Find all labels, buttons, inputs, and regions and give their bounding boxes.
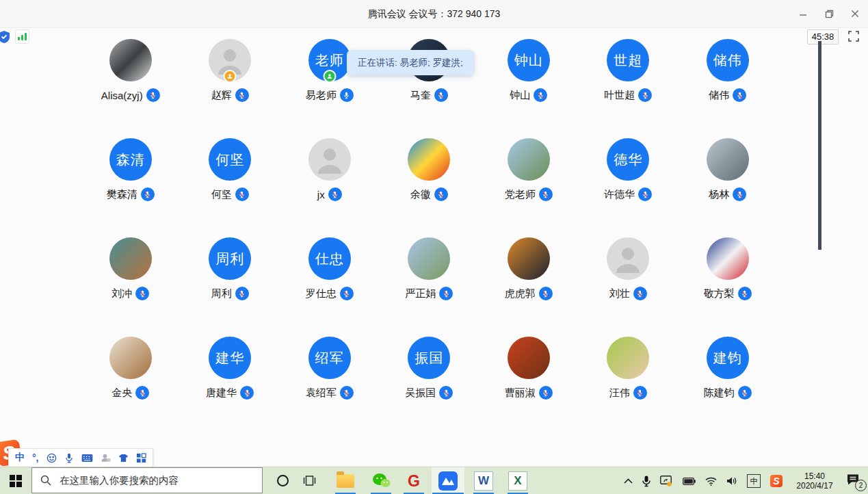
ime-keyboard-icon[interactable] xyxy=(81,454,93,463)
tray-clock[interactable]: 15:40 2020/4/17 xyxy=(790,471,839,491)
tray-input-indicator[interactable]: 中 xyxy=(747,474,761,488)
participant-nameline: Alisa(zyj) xyxy=(101,88,160,102)
tray-sogou-icon[interactable]: S xyxy=(770,475,782,487)
participant-tile[interactable]: 刘壮 xyxy=(579,237,679,337)
participant-avatar xyxy=(508,337,550,379)
restore-button[interactable] xyxy=(823,8,835,20)
participant-tile[interactable]: 曹丽淑 xyxy=(479,337,579,436)
participant-tile[interactable]: 严正娟 xyxy=(380,237,479,337)
participant-nameline: 虎虎郭 xyxy=(505,287,553,300)
mic-status-icon xyxy=(638,88,652,102)
participant-tile[interactable]: 钟山 钟山 xyxy=(479,39,579,138)
participant-tile[interactable]: 汪伟 xyxy=(579,337,679,436)
participant-avatar xyxy=(109,337,152,379)
participant-tile[interactable]: 赵辉 xyxy=(181,39,280,138)
task-view-button[interactable] xyxy=(303,474,316,490)
participant-name: 曹丽淑 xyxy=(505,387,536,400)
participant-nameline: 赵辉 xyxy=(211,88,249,102)
excel-icon[interactable]: X xyxy=(501,467,534,494)
participant-tile[interactable]: 建钧 陈建钧 xyxy=(678,337,778,436)
participant-nameline: 汪伟 xyxy=(609,386,647,400)
scrollbar-thumb[interactable] xyxy=(818,41,821,250)
participant-avatar xyxy=(209,39,251,81)
participant-tile[interactable]: 周利 周利 xyxy=(181,237,280,337)
ime-mic-icon[interactable] xyxy=(64,453,74,463)
search-input[interactable] xyxy=(58,474,239,486)
participant-tile[interactable]: 仕忠 罗仕忠 xyxy=(280,237,380,337)
participant-tile[interactable]: 余徽 xyxy=(380,138,479,237)
participant-nameline: 马奎 xyxy=(410,88,448,102)
participant-avatar: 森清 xyxy=(109,138,152,181)
ime-emoji-icon[interactable] xyxy=(47,453,57,463)
participant-tile[interactable]: 森清 樊森清 xyxy=(81,138,181,237)
participant-avatar xyxy=(408,138,450,181)
fullscreen-icon[interactable] xyxy=(848,31,859,44)
participant-name: 何坚 xyxy=(211,188,232,201)
notification-center-icon[interactable]: 2 xyxy=(846,473,860,489)
avatar-initials: 世超 xyxy=(614,51,642,70)
role-badge-icon xyxy=(224,70,237,83)
participant-tile[interactable]: 杨林 xyxy=(678,138,778,237)
tray-display-sync-icon[interactable] xyxy=(660,476,673,486)
ime-punct-button[interactable]: °, xyxy=(32,452,39,463)
minimize-button[interactable] xyxy=(797,8,809,20)
mic-status-icon xyxy=(534,88,547,102)
close-button[interactable] xyxy=(849,8,861,20)
cortana-button[interactable] xyxy=(277,475,289,486)
ime-passport-icon[interactable] xyxy=(101,453,111,463)
mic-status-icon xyxy=(235,88,249,102)
mic-status-icon xyxy=(733,88,746,102)
file-explorer-icon[interactable] xyxy=(329,467,362,494)
windows-logo-icon xyxy=(10,475,22,487)
ime-mode-button[interactable]: 中 xyxy=(15,452,25,464)
tencent-meeting-icon[interactable] xyxy=(432,467,464,494)
taskbar-search[interactable] xyxy=(31,467,263,493)
ime-toolbar: 中 °, xyxy=(8,448,153,467)
participant-name: Alisa(zyj) xyxy=(101,90,143,101)
tray-battery-icon[interactable] xyxy=(683,478,696,485)
participant-tile[interactable]: 何坚 何坚 xyxy=(181,138,280,237)
participant-nameline: 储伟 xyxy=(709,88,746,102)
participant-nameline: 杨林 xyxy=(709,187,746,201)
participant-tile[interactable]: jx xyxy=(280,138,380,237)
security-shield-icon[interactable] xyxy=(0,30,10,47)
tray-mic-icon[interactable] xyxy=(642,476,650,487)
ime-skin-icon[interactable] xyxy=(118,454,129,463)
participant-tile[interactable]: 敬方梨 xyxy=(678,237,778,337)
participant-nameline: 曹丽淑 xyxy=(505,386,553,400)
participant-avatar: 绍军 xyxy=(308,337,351,379)
participant-tile[interactable]: 世超 叶世超 xyxy=(579,39,679,138)
mic-status-icon xyxy=(539,287,553,300)
tray-volume-icon[interactable] xyxy=(726,476,737,486)
participant-tile[interactable]: 储伟 储伟 xyxy=(678,39,778,138)
mic-status-icon xyxy=(439,287,453,300)
participant-name: 易老师 xyxy=(306,89,337,102)
participant-tile[interactable]: 绍军 袁绍军 xyxy=(280,337,380,436)
participant-tile[interactable]: 振国 吴振国 xyxy=(380,337,479,436)
wechat-icon[interactable] xyxy=(365,467,397,494)
participant-tile[interactable]: 党老师 xyxy=(479,138,579,237)
tray-wifi-icon[interactable] xyxy=(705,477,717,486)
window-controls xyxy=(797,0,861,27)
participant-tile[interactable]: 德华 许德华 xyxy=(579,138,679,237)
mic-status-icon xyxy=(340,287,354,300)
participant-name: 金央 xyxy=(111,387,132,400)
participant-name: 虎虎郭 xyxy=(505,287,536,300)
tray-expand-chevron[interactable] xyxy=(624,478,633,484)
start-button[interactable] xyxy=(0,467,31,494)
participant-tile[interactable]: 建华 唐建华 xyxy=(181,337,280,436)
participant-tile[interactable]: 虎虎郭 xyxy=(479,237,579,337)
mic-status-icon xyxy=(141,187,155,201)
mic-status-icon xyxy=(434,88,448,102)
network-signal-icon[interactable] xyxy=(15,29,29,44)
participant-nameline: 钟山 xyxy=(510,88,547,102)
participant-tile[interactable]: 金央 xyxy=(81,337,181,436)
participant-tile[interactable]: Alisa(zyj) xyxy=(81,39,181,138)
participant-nameline: 周利 xyxy=(211,287,249,300)
participant-avatar xyxy=(508,237,550,280)
participant-tile[interactable]: 刘冲 xyxy=(81,237,181,337)
ime-toolbox-icon[interactable] xyxy=(136,453,146,463)
word-icon[interactable]: W xyxy=(467,467,500,494)
g-app-icon[interactable]: G xyxy=(397,467,430,494)
avatar-initials: 德华 xyxy=(614,151,642,169)
